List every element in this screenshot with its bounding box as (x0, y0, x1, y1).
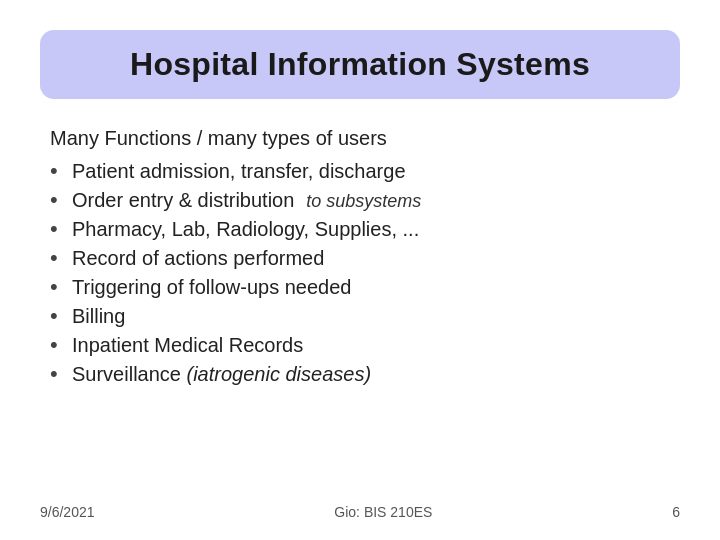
bullet-dot: • (50, 276, 72, 298)
bullet-dot: • (50, 305, 72, 327)
slide-container: Hospital Information Systems Many Functi… (0, 0, 720, 540)
bullet-text: Pharmacy, Lab, Radiology, Supplies, ... (72, 218, 680, 241)
footer-page: 6 (672, 504, 680, 520)
list-item: •Surveillance (iatrogenic diseases) (50, 363, 680, 386)
content-area: Many Functions / many types of users •Pa… (40, 127, 680, 496)
list-item: •Order entry & distributionto subsystems (50, 189, 680, 212)
bullet-list: •Patient admission, transfer, discharge•… (50, 160, 680, 386)
bullet-dot: • (50, 334, 72, 356)
footer-center: Gio: BIS 210ES (334, 504, 432, 520)
list-item: •Triggering of follow-ups needed (50, 276, 680, 299)
bullet-dot: • (50, 189, 72, 211)
bullet-text: Triggering of follow-ups needed (72, 276, 680, 299)
bullet-text: Surveillance (iatrogenic diseases) (72, 363, 680, 386)
title-box: Hospital Information Systems (40, 30, 680, 99)
slide-title: Hospital Information Systems (130, 46, 590, 82)
list-item: •Pharmacy, Lab, Radiology, Supplies, ... (50, 218, 680, 241)
list-item: •Billing (50, 305, 680, 328)
slide-footer: 9/6/2021 Gio: BIS 210ES 6 (40, 496, 680, 520)
bullet-text: Order entry & distributionto subsystems (72, 189, 680, 212)
bullet-text: Record of actions performed (72, 247, 680, 270)
bullet-note: (iatrogenic diseases) (187, 363, 372, 385)
list-item: •Inpatient Medical Records (50, 334, 680, 357)
bullet-text: Inpatient Medical Records (72, 334, 680, 357)
list-item: •Record of actions performed (50, 247, 680, 270)
bullet-dot: • (50, 363, 72, 385)
list-item: •Patient admission, transfer, discharge (50, 160, 680, 183)
bullet-dot: • (50, 218, 72, 240)
intro-line: Many Functions / many types of users (50, 127, 680, 150)
bullet-dot: • (50, 160, 72, 182)
bullet-text: Billing (72, 305, 680, 328)
bullet-note: to subsystems (306, 191, 421, 211)
footer-date: 9/6/2021 (40, 504, 95, 520)
bullet-text: Patient admission, transfer, discharge (72, 160, 680, 183)
bullet-dot: • (50, 247, 72, 269)
